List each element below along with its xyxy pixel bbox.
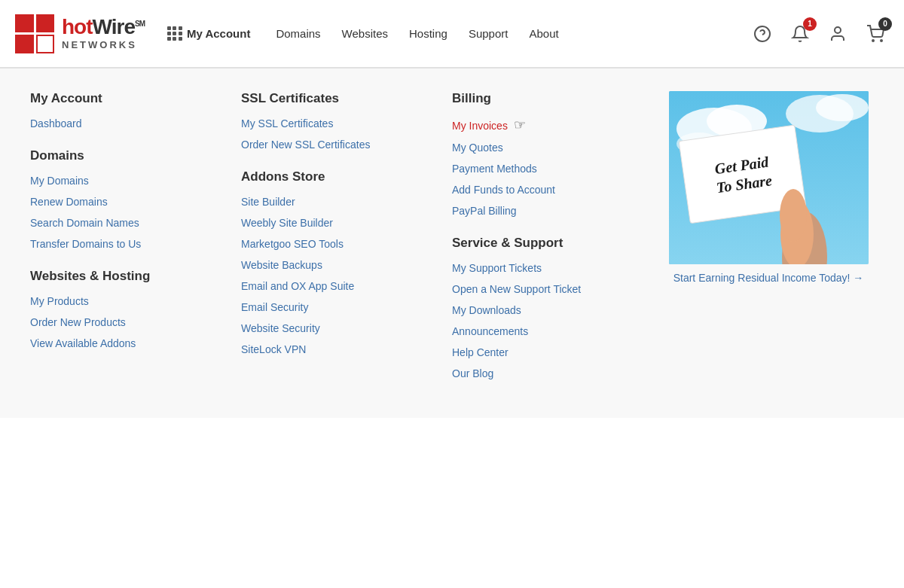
help-icon[interactable] — [749, 20, 776, 47]
svg-point-16 — [780, 189, 807, 242]
nav-item-websites[interactable]: Websites — [331, 21, 399, 46]
list-item[interactable]: Announcements — [452, 324, 648, 338]
my-invoices-link[interactable]: My Invoices — [452, 120, 508, 132]
nav-item-support[interactable]: Support — [458, 21, 519, 46]
logo-text: hotWireSM NETWORKS — [62, 17, 145, 50]
section-service-support-heading: Service & Support — [452, 236, 648, 251]
section-billing-heading: Billing — [452, 91, 648, 106]
list-item[interactable]: My Support Tickets — [452, 261, 648, 275]
list-item[interactable]: Help Center — [452, 346, 648, 359]
section-my-account-heading: My Account — [30, 91, 226, 106]
list-item[interactable]: Open a New Support Ticket — [452, 282, 648, 296]
nav-item-hosting[interactable]: Hosting — [399, 21, 458, 46]
header: hotWireSM NETWORKS My Account Domains We… — [0, 0, 904, 68]
list-item[interactable]: Weebly Site Builder — [241, 216, 437, 230]
list-item[interactable]: Email Security — [241, 300, 437, 314]
list-item[interactable]: Transfer Domains to Us — [30, 237, 226, 251]
list-item[interactable]: Our Blog — [452, 367, 648, 380]
logo-brand: hotWireSM — [62, 17, 145, 38]
cursor-icon: ☞ — [514, 117, 526, 133]
billing-links: My Invoices ☞ My Quotes Payment Methods … — [452, 117, 648, 218]
account-icon[interactable] — [824, 20, 851, 47]
svg-point-9 — [816, 94, 869, 121]
section-domains-heading: Domains — [30, 148, 226, 163]
list-item[interactable]: My Products — [30, 294, 226, 308]
list-item[interactable]: My Quotes — [452, 141, 648, 154]
section-ssl-heading: SSL Certificates — [241, 91, 437, 106]
nav-item-domains[interactable]: Domains — [265, 21, 331, 46]
list-item[interactable]: Website Backups — [241, 258, 437, 272]
notification-badge: 1 — [803, 17, 817, 31]
list-item[interactable]: Marketgoo SEO Tools — [241, 237, 437, 251]
svg-point-3 — [872, 40, 874, 41]
nav-links: Domains Websites Hosting Support About — [265, 21, 569, 46]
addons-links: Site Builder Weebly Site Builder Marketg… — [241, 195, 437, 356]
my-account-label: My Account — [187, 27, 250, 40]
list-item[interactable]: Email and OX App Suite — [241, 279, 437, 293]
list-item[interactable]: Dashboard — [30, 117, 226, 130]
list-item[interactable]: View Available Addons — [30, 337, 226, 350]
promo-link[interactable]: Start Earning Residual Income Today! → — [673, 272, 864, 284]
nav-item-about[interactable]: About — [518, 21, 569, 46]
dashboard-link[interactable]: Dashboard — [30, 117, 82, 129]
list-item[interactable]: Order New Products — [30, 315, 226, 329]
dropdown-panel: My Account Dashboard Domains My Domains … — [0, 68, 904, 418]
domains-links: My Domains Renew Domains Search Domain N… — [30, 174, 226, 251]
list-item[interactable]: Website Security — [241, 321, 437, 335]
svg-point-2 — [835, 27, 841, 33]
promo-caption[interactable]: Start Earning Residual Income Today! → — [673, 272, 864, 284]
list-item[interactable]: Order New SSL Certificates — [241, 138, 437, 151]
promo-image: Get Paid To Share — [669, 91, 869, 264]
my-account-nav[interactable]: My Account — [167, 26, 250, 41]
logo-networks: NETWORKS — [62, 39, 145, 50]
logo-squares — [15, 14, 54, 53]
ssl-links: My SSL Certificates Order New SSL Certif… — [241, 117, 437, 151]
cart-badge: 0 — [878, 17, 892, 31]
notifications-icon[interactable]: 1 — [786, 20, 814, 47]
promo-svg: Get Paid To Share — [669, 91, 869, 264]
list-item[interactable]: Site Builder — [241, 195, 437, 209]
header-icons: 1 0 — [749, 20, 889, 47]
col-ssl-addons: SSL Certificates My SSL Certificates Ord… — [241, 91, 452, 388]
col-account-domains: My Account Dashboard Domains My Domains … — [30, 91, 241, 388]
promo-column: Get Paid To Share Start Earning Residual… — [663, 91, 874, 388]
list-item[interactable]: My SSL Certificates — [241, 117, 437, 130]
list-item[interactable]: PayPal Billing — [452, 204, 648, 218]
list-item[interactable]: Add Funds to Account — [452, 183, 648, 197]
section-addons-heading: Addons Store — [241, 169, 437, 184]
list-item[interactable]: Search Domain Names — [30, 216, 226, 230]
logo[interactable]: hotWireSM NETWORKS — [15, 14, 145, 53]
main-navigation: My Account Domains Websites Hosting Supp… — [167, 21, 749, 46]
list-item[interactable]: My Domains — [30, 174, 226, 187]
service-support-links: My Support Tickets Open a New Support Ti… — [452, 261, 648, 380]
list-item[interactable]: My Downloads — [452, 303, 648, 317]
list-item[interactable]: My Invoices ☞ — [452, 117, 648, 133]
grid-icon — [167, 26, 182, 41]
cart-icon[interactable]: 0 — [862, 20, 889, 47]
list-item[interactable]: Payment Methods — [452, 162, 648, 175]
list-item[interactable]: SiteLock VPN — [241, 343, 437, 356]
svg-point-4 — [881, 40, 882, 41]
section-websites-hosting-heading: Websites & Hosting — [30, 269, 226, 284]
list-item[interactable]: Renew Domains — [30, 195, 226, 209]
my-account-links: Dashboard — [30, 117, 226, 130]
websites-hosting-links: My Products Order New Products View Avai… — [30, 294, 226, 350]
col-billing-support: Billing My Invoices ☞ My Quotes Payment … — [452, 91, 663, 388]
